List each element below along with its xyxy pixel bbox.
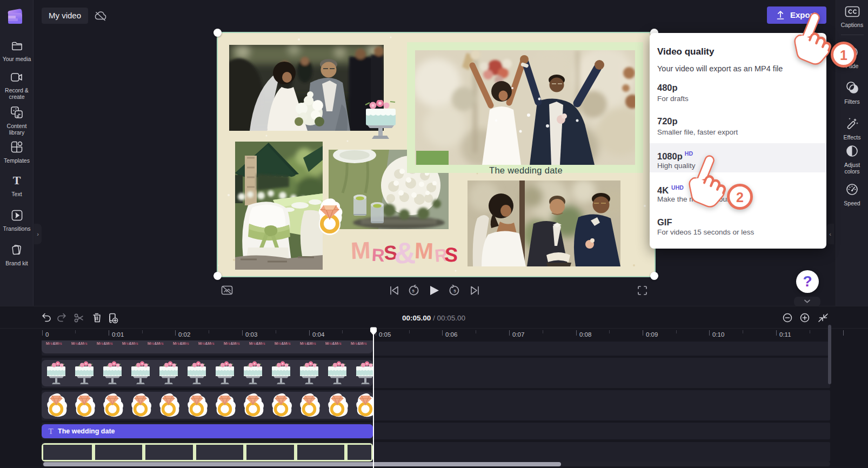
svg-text:Mrs&Mrs: Mrs&Mrs [122, 342, 138, 345]
svg-text:Mrs&Mrs: Mrs&Mrs [275, 342, 291, 345]
svg-text:M: M [351, 237, 371, 264]
svg-text:Mrs&Mrs: Mrs&Mrs [351, 342, 367, 345]
svg-text:Mrs&Mrs: Mrs&Mrs [46, 342, 62, 345]
svg-text:Mrs&Mrs: Mrs&Mrs [198, 342, 215, 345]
svg-text:Mrs&Mrs: Mrs&Mrs [71, 342, 88, 345]
svg-text:Mrs&Mrs: Mrs&Mrs [325, 342, 342, 345]
svg-text:Mrs&Mrs: Mrs&Mrs [148, 342, 164, 345]
svg-text:M: M [414, 238, 434, 264]
svg-text:T: T [13, 174, 21, 187]
svg-text:Mrs&Mrs: Mrs&Mrs [249, 342, 265, 345]
svg-text:T: T [48, 427, 53, 436]
svg-text:&: & [394, 236, 416, 266]
svg-text:Mrs&Mrs: Mrs&Mrs [224, 342, 240, 345]
svg-text:Mrs&Mrs: Mrs&Mrs [173, 342, 189, 345]
svg-text:Mrs&Mrs: Mrs&Mrs [97, 342, 113, 345]
svg-text:Mrs&Mrs: Mrs&Mrs [300, 342, 316, 345]
svg-text:5: 5 [453, 289, 456, 293]
svg-text:S: S [444, 243, 458, 266]
svg-text:5: 5 [412, 289, 415, 293]
svg-text:?: ? [803, 273, 812, 290]
